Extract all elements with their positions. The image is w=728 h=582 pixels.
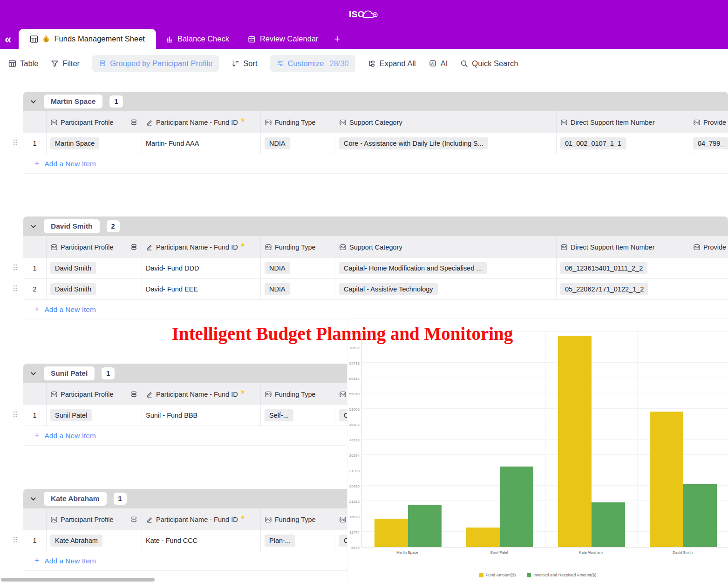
quick-search-button[interactable]: Quick Search — [460, 59, 518, 68]
cell-participant-profile[interactable]: David Smith — [47, 279, 142, 299]
column-funding-type[interactable]: Funding Type — [261, 383, 335, 405]
drag-handle-icon[interactable] — [13, 411, 17, 420]
column-funding-type[interactable]: Funding Type — [261, 508, 335, 530]
cell-funding-type[interactable]: Plan-... — [261, 530, 335, 551]
cell-funding-type[interactable]: NDIA — [261, 258, 335, 278]
cell-provider[interactable]: 04_799_ — [689, 133, 728, 154]
cell-participant-profile[interactable]: Kate Abraham — [47, 530, 142, 551]
group-count-badge: 1 — [109, 95, 122, 108]
ai-button[interactable]: AI AI — [429, 59, 448, 68]
column-participant-name-fund-id[interactable]: Participant Name - Fund ID ★ — [142, 508, 261, 530]
row-number[interactable]: 1 — [23, 405, 47, 426]
cell-funding-type[interactable]: Self-... — [261, 405, 335, 426]
column-provider[interactable]: Provide — [689, 236, 728, 258]
column-participant-profile[interactable]: Participant Profile — [47, 111, 142, 133]
column-participant-name-fund-id[interactable]: Participant Name - Fund ID ★ — [142, 383, 261, 405]
cell-support-category[interactable]: Capital- Home Modification and Specialis… — [335, 258, 557, 278]
grouped-by-label: Grouped by Participant Profile — [110, 59, 212, 68]
column-participant-profile[interactable]: Participant Profile — [47, 236, 142, 258]
tab-review-calendar[interactable]: Review Calendar — [238, 29, 328, 49]
row-number[interactable]: 2 — [23, 279, 47, 299]
y-axis-tick-label: 65718 — [347, 361, 360, 365]
expand-all-button[interactable]: Expand All — [368, 59, 416, 68]
drag-handle-icon[interactable] — [13, 264, 17, 273]
cell-participant-profile[interactable]: Sunil Patel — [47, 405, 142, 426]
cell-participant-profile[interactable]: David Smith — [47, 258, 142, 278]
drag-handle-icon[interactable] — [13, 536, 17, 545]
chevron-down-icon[interactable] — [30, 223, 37, 230]
filter-funnel-icon — [51, 60, 59, 68]
chevron-down-icon[interactable] — [30, 370, 37, 377]
column-support-category[interactable]: Support Category — [335, 236, 557, 258]
cell-item-number[interactable]: 05_220627171_0122_1_2 — [557, 279, 689, 299]
y-axis-tick-label: 46102 — [347, 423, 360, 427]
link-field-icon — [694, 244, 700, 250]
group-name-badge[interactable]: Martin Space — [44, 95, 102, 108]
drag-handle-icon[interactable] — [13, 285, 17, 294]
customize-button[interactable]: Customize 28/30 — [270, 55, 355, 72]
y-axis-tick-label: 11774 — [347, 530, 360, 535]
add-sheet-button[interactable]: + — [328, 29, 347, 49]
column-provider[interactable]: Provide — [689, 111, 728, 133]
column-direct-support-item-number[interactable]: Direct Support Item Number — [557, 236, 689, 258]
tab-funds-management-sheet[interactable]: $ Funds Management Sheet — [19, 29, 156, 49]
group-name-badge[interactable]: David Smith — [44, 219, 100, 233]
group-name-badge[interactable]: Kate Abraham — [44, 492, 107, 506]
pencil-icon — [146, 516, 153, 523]
drag-handle-icon[interactable] — [13, 139, 17, 148]
cell-participant-name[interactable]: Martin- Fund AAA — [142, 133, 261, 154]
group-name-badge[interactable]: Sunil Patel — [44, 366, 95, 380]
tab-balance-check[interactable]: Balance Check — [156, 29, 238, 49]
link-field-icon — [265, 516, 272, 523]
column-direct-support-item-number[interactable]: Direct Support Item Number — [557, 111, 689, 133]
primary-field-star-icon: ★ — [240, 242, 245, 248]
chevron-down-icon[interactable] — [30, 495, 37, 502]
cell-support-category[interactable]: Core - Assistance with Daily Life (Inclu… — [335, 133, 557, 154]
column-support-category[interactable]: Support Category — [335, 111, 557, 133]
column-participant-name-fund-id[interactable]: Participant Name - Fund ID ★ — [142, 236, 261, 258]
customize-count: 28/30 — [329, 59, 348, 68]
link-field-icon — [561, 244, 567, 250]
column-funding-type[interactable]: Funding Type — [261, 111, 335, 133]
cell-participant-name[interactable]: David- Fund DDD — [142, 258, 261, 278]
logo-text: ISO — [349, 9, 365, 20]
cell-participant-name[interactable]: Kate - Fund CCC — [142, 530, 261, 551]
add-new-item-button[interactable]: + Add a New Item — [23, 154, 728, 174]
column-funding-type[interactable]: Funding Type — [261, 236, 335, 258]
cell-funding-type[interactable]: NDIA — [261, 279, 335, 299]
collapse-sidebar-icon[interactable]: « — [5, 33, 11, 45]
y-axis-tick-label: 55910 — [347, 392, 360, 396]
cell-participant-name[interactable]: David- Fund EEE — [142, 279, 261, 299]
cell-funding-type[interactable]: NDIA — [261, 133, 335, 154]
column-participant-profile[interactable]: Participant Profile — [47, 508, 142, 530]
column-participant-name-fund-id[interactable]: Participant Name - Fund ID ★ — [142, 111, 261, 133]
cell-participant-profile[interactable]: Martin Space — [47, 133, 142, 154]
grouped-by-button[interactable]: Grouped by Participant Profile — [92, 55, 219, 72]
sort-icon — [231, 60, 239, 68]
sheet-tab-bar: « $ Funds Management Sheet Balance Check — [0, 29, 728, 49]
cell-item-number[interactable]: 01_002_0107_1_1 — [557, 133, 689, 154]
row-number[interactable]: 1 — [23, 258, 47, 278]
horizontal-scrollbar[interactable] — [1, 578, 155, 582]
row-number[interactable]: 1 — [23, 530, 47, 551]
view-table-button[interactable]: Table — [8, 59, 38, 68]
column-participant-profile[interactable]: Participant Profile — [47, 383, 142, 405]
sort-button[interactable]: Sort — [231, 59, 257, 68]
link-field-icon — [265, 391, 272, 398]
pencil-icon — [146, 244, 153, 250]
tab-label: Balance Check — [177, 34, 229, 43]
row-number[interactable]: 1 — [23, 133, 47, 154]
filter-label: Filter — [62, 59, 80, 68]
cell-provider[interactable] — [689, 258, 728, 278]
link-field-icon — [340, 516, 346, 523]
cell-participant-name[interactable]: Sunil - Fund BBB — [142, 405, 261, 426]
cell-item-number[interactable]: 06_123615401_0111_2_2 — [557, 258, 689, 278]
group-rows-icon — [130, 391, 137, 398]
filter-button[interactable]: Filter — [51, 59, 80, 68]
chevron-down-icon[interactable] — [30, 98, 37, 105]
group-david-smith: David Smith 2 Participant Profile Partic… — [23, 217, 728, 319]
cell-support-category[interactable]: Capital - Assistive Technology — [335, 279, 557, 299]
cell-provider[interactable] — [689, 279, 728, 299]
legend-swatch — [527, 573, 531, 577]
add-new-item-button[interactable]: + Add a New Item — [23, 300, 728, 319]
